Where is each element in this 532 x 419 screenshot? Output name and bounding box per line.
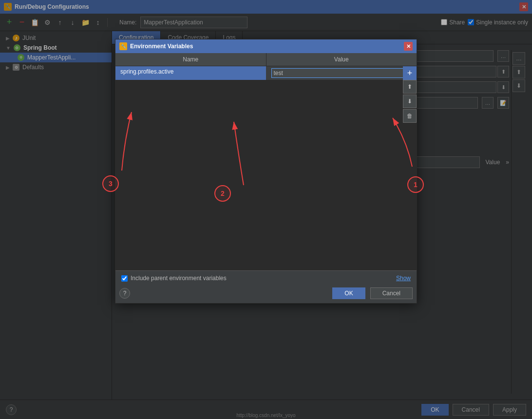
- main-window: 🔧 Run/Debug Configurations ✕ + − 📋 ⚙ ↑ ↓…: [0, 0, 532, 419]
- table-row[interactable]: spring.profiles.active: [115, 66, 417, 80]
- annotation-circle-1: 1: [407, 176, 424, 193]
- col-header-name: Name: [115, 53, 266, 66]
- modal-ok-button[interactable]: OK: [332, 287, 365, 299]
- modal-title-bar: 🔧 Environment Variables ✕: [115, 39, 417, 53]
- annotation-arrow-3: [107, 107, 156, 175]
- include-parent-label: Include parent environment variables: [131, 275, 227, 282]
- modal-footer-buttons: ? OK Cancel: [115, 284, 417, 303]
- show-link[interactable]: Show: [396, 275, 411, 282]
- modal-icon: 🔧: [119, 42, 127, 50]
- env-var-name-cell: spring.profiles.active: [115, 66, 266, 80]
- modal-close-button[interactable]: ✕: [404, 42, 413, 51]
- modal-footer-checkbox: Include parent environment variables Sho…: [115, 271, 417, 284]
- env-var-value-input[interactable]: [271, 68, 412, 78]
- modal-title: Environment Variables: [130, 43, 193, 50]
- annotation-arrow-1: [383, 113, 422, 171]
- env-var-value-cell: [266, 66, 417, 80]
- modal-overlay: 🔧 Environment Variables ✕ Name Value + s…: [0, 0, 532, 419]
- modal-table-header: Name Value: [115, 53, 417, 66]
- annotation-circle-2: 2: [214, 185, 231, 202]
- modal-help-button[interactable]: ?: [119, 288, 130, 299]
- col-header-value: Value: [266, 53, 417, 66]
- annotation-arrow-2: [219, 117, 268, 190]
- modal-add-button[interactable]: +: [403, 66, 417, 80]
- annotation-circle-3: 3: [102, 175, 119, 192]
- modal-move-down-button[interactable]: ⬇: [403, 95, 417, 108]
- modal-move-up-button[interactable]: ⬆: [403, 80, 417, 94]
- watermark: http://blog.csdn.net/lx_yoyo: [0, 413, 532, 418]
- modal-cancel-button[interactable]: Cancel: [370, 287, 413, 299]
- include-parent-checkbox[interactable]: [121, 275, 128, 282]
